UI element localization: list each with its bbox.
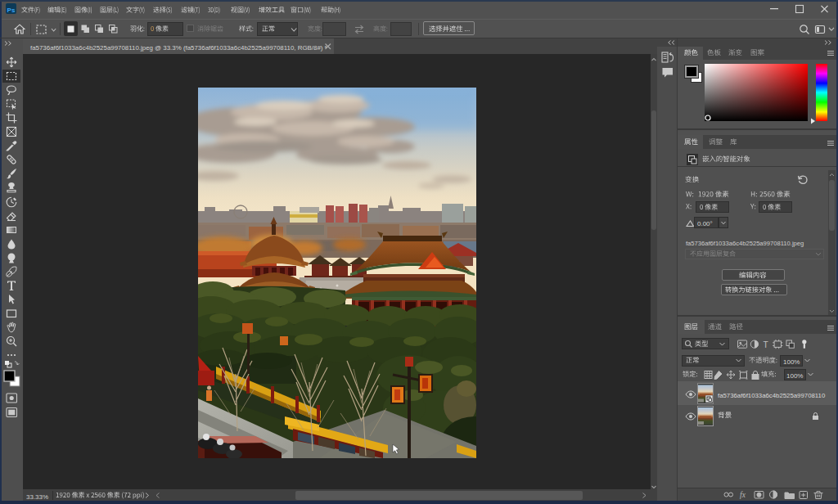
svg-text:T: T: [764, 340, 768, 349]
svg-text:fx: fx: [740, 491, 746, 499]
svg-text:Ps: Ps: [7, 7, 16, 14]
